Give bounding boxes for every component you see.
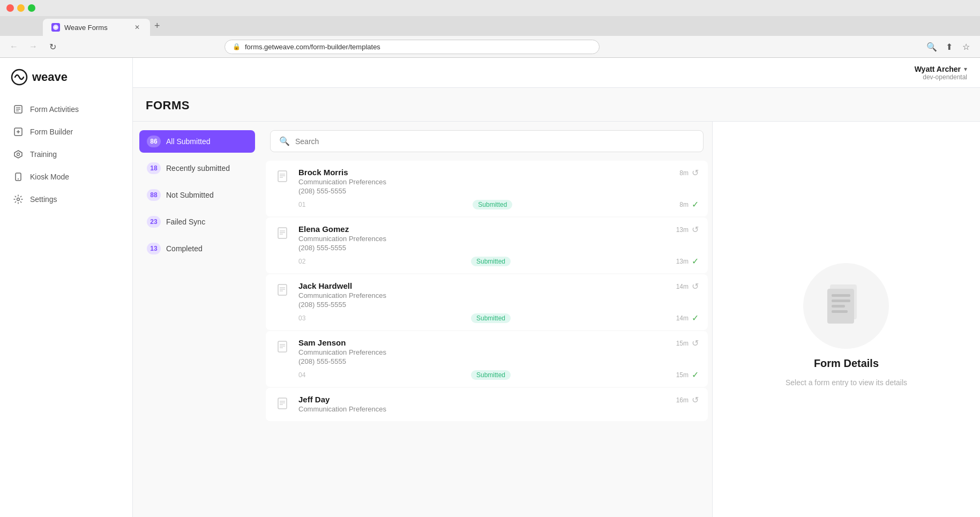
filter-completed-badge: 13 [147,243,161,254]
browser-tab[interactable]: Weave Forms ✕ [43,19,150,36]
svg-point-10 [17,153,20,156]
share-button[interactable]: ⬆ [941,39,956,54]
url-text: forms.getweave.com/form-builder/template… [245,43,380,51]
form-builder-icon [13,126,24,137]
bookmark-button[interactable]: ☆ [959,39,974,54]
traffic-lights [6,4,35,12]
form-entry-3-footer-time: 14m [676,314,689,322]
form-entry-document-icon-2 [275,226,292,243]
form-entry-4-status: Submitted [471,370,511,380]
form-entry-5-content: Jeff Day Communication Preferences [298,395,670,414]
form-entry-2-time-value: 13m [676,226,689,234]
form-entry-4-name: Sam Jenson [298,338,670,347]
forms-body: 86 All Submitted 18 Recently submitted 8… [133,122,980,517]
replay-icon-5: ↺ [692,395,699,405]
form-entry-1-content: Brock Morris Communication Preferences (… [298,168,673,195]
search-browser-button[interactable]: 🔍 [924,39,939,54]
filter-failed-sync[interactable]: 23 Failed Sync [139,211,255,233]
form-entry-2-type: Communication Preferences [298,235,670,243]
svg-rect-26 [278,341,287,352]
sidebar-item-form-activities[interactable]: Form Activities [6,99,126,120]
form-entry-document-icon-3 [275,282,292,299]
user-name: Wyatt Archer [915,65,961,73]
form-entry-1-time: 8m ↺ [679,168,699,178]
maximize-window-button[interactable] [28,4,35,12]
filter-all-submitted[interactable]: 86 All Submitted [139,130,255,153]
form-entry-5[interactable]: Jeff Day Communication Preferences 16m ↺ [266,388,708,421]
form-entry-4[interactable]: Sam Jenson Communication Preferences (20… [266,331,708,387]
sidebar-item-form-builder-label: Form Builder [30,128,73,136]
filter-completed[interactable]: 13 Completed [139,237,255,260]
sidebar-item-settings-label: Settings [30,195,57,204]
filter-completed-label: Completed [166,244,203,253]
sidebar-item-kiosk-mode-label: Kiosk Mode [30,173,69,181]
sidebar-logo: weave [0,58,132,94]
form-details-title: Form Details [814,357,879,370]
search-bar[interactable]: 🔍 [270,130,704,152]
filter-all-submitted-badge: 86 [147,136,161,147]
filter-failed-sync-badge: 23 [147,216,161,228]
user-info-area[interactable]: Wyatt Archer ▾ dev-opendental [915,65,967,81]
form-entry-1-type: Communication Preferences [298,178,673,186]
form-entry-1[interactable]: Brock Morris Communication Preferences (… [266,161,708,216]
filter-not-submitted-badge: 88 [147,189,161,201]
form-details-empty-state: Form Details Select a form entry to view… [786,263,907,387]
tab-title: Weave Forms [64,24,108,32]
form-entry-1-name: Brock Morris [298,168,673,177]
form-activities-icon [13,104,24,115]
user-org: dev-opendental [923,73,967,81]
forms-list: Brock Morris Communication Preferences (… [261,161,712,517]
form-details-panel: Form Details Select a form entry to view… [712,122,980,517]
form-entry-3-status: Submitted [471,313,511,323]
search-icon: 🔍 [279,136,290,146]
weave-logo-icon [11,69,28,86]
form-entry-5-time-value: 16m [676,396,689,404]
sidebar-item-training-label: Training [30,150,57,159]
form-entry-3-number: 03 [298,314,305,322]
form-entry-1-status: Submitted [473,200,512,209]
svg-rect-22 [278,284,287,295]
minimize-window-button[interactable] [17,4,25,12]
form-entry-2-number: 02 [298,258,305,265]
address-bar[interactable]: 🔒 forms.getweave.com/form-builder/templa… [225,40,600,54]
sidebar-navigation: Form Activities Form Builder [0,94,132,214]
form-entry-4-sync: 15m ✓ [676,370,699,380]
reload-button[interactable]: ↻ [45,39,60,54]
form-entry-3[interactable]: Jack Hardwell Communication Preferences … [266,274,708,330]
sidebar-item-settings[interactable]: Settings [6,189,126,210]
forms-header: FORMS [133,88,980,122]
form-entry-2-footer-time: 13m [676,258,689,265]
filter-recently-submitted-badge: 18 [147,162,161,174]
filter-not-submitted[interactable]: 88 Not Submitted [139,184,255,206]
form-entry-4-type: Communication Preferences [298,348,670,356]
form-entry-3-phone: (208) 555-5555 [298,301,670,309]
filter-sidebar: 86 All Submitted 18 Recently submitted 8… [133,122,261,517]
new-tab-button[interactable]: + [150,16,164,36]
sidebar-item-form-builder[interactable]: Form Builder [6,121,126,143]
form-entry-2[interactable]: Elena Gomez Communication Preferences (2… [266,218,708,273]
back-button[interactable]: ← [6,39,21,54]
svg-rect-36 [832,294,850,297]
page-title: FORMS [146,99,190,112]
lock-icon: 🔒 [233,43,241,50]
sidebar-item-form-activities-label: Form Activities [30,105,79,114]
sidebar-item-training[interactable]: Training [6,144,126,165]
form-entry-2-phone: (208) 555-5555 [298,244,670,252]
check-icon-3: ✓ [692,313,699,323]
top-header-bar: Wyatt Archer ▾ dev-opendental [133,58,980,88]
settings-icon [13,194,24,205]
search-bar-wrapper: 🔍 [261,130,712,161]
form-entry-1-sync: 8m ✓ [679,199,699,209]
svg-rect-39 [832,310,848,313]
tab-close-button[interactable]: ✕ [133,23,141,32]
search-input[interactable] [295,137,694,146]
forms-list-area: 🔍 [261,122,712,517]
form-entry-2-content: Elena Gomez Communication Preferences (2… [298,224,670,252]
replay-icon-3: ↺ [692,281,699,291]
forward-button[interactable]: → [26,39,41,54]
filter-recently-submitted[interactable]: 18 Recently submitted [139,157,255,179]
form-entry-5-name: Jeff Day [298,395,670,404]
close-window-button[interactable] [6,4,14,12]
sidebar-item-kiosk-mode[interactable]: Kiosk Mode [6,166,126,188]
form-entry-3-time: 14m ↺ [676,281,699,291]
